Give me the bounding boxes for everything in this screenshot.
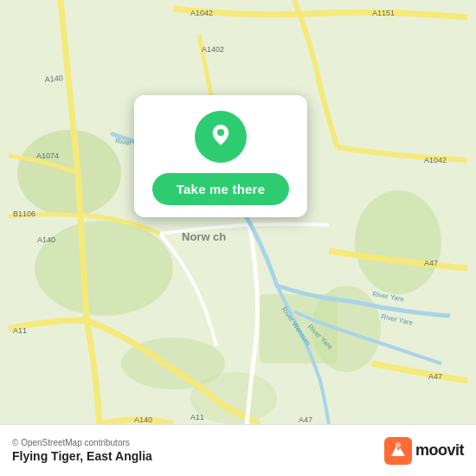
svg-text:A1074: A1074 bbox=[36, 151, 59, 160]
svg-text:A11: A11 bbox=[13, 326, 27, 335]
take-me-there-button[interactable]: Take me there bbox=[152, 173, 289, 205]
location-name: Flying Tiger, East Anglia bbox=[12, 449, 152, 463]
svg-text:A11: A11 bbox=[190, 413, 204, 421]
svg-point-1 bbox=[17, 130, 121, 216]
svg-text:A1402: A1402 bbox=[202, 45, 224, 54]
svg-text:A47: A47 bbox=[428, 372, 442, 381]
svg-text:A1042: A1042 bbox=[190, 9, 213, 17]
location-icon-background bbox=[195, 111, 247, 163]
moovit-brand-text: moovit bbox=[415, 441, 464, 460]
svg-point-3 bbox=[355, 190, 441, 294]
bottom-bar: © OpenStreetMap contributors Flying Tige… bbox=[0, 424, 476, 476]
bottom-left-info: © OpenStreetMap contributors Flying Tige… bbox=[12, 438, 152, 463]
svg-point-29 bbox=[217, 129, 224, 136]
svg-text:A1042: A1042 bbox=[424, 156, 447, 164]
svg-text:A47: A47 bbox=[299, 415, 312, 424]
moovit-logo: moovit bbox=[384, 437, 464, 465]
location-pin-icon bbox=[207, 123, 235, 151]
svg-text:A1151: A1151 bbox=[372, 9, 395, 17]
svg-text:A140: A140 bbox=[44, 74, 63, 84]
svg-text:A47: A47 bbox=[424, 259, 438, 267]
svg-text:B1106: B1106 bbox=[13, 209, 35, 218]
svg-point-31 bbox=[396, 442, 401, 447]
moovit-brand-icon bbox=[384, 437, 412, 465]
svg-text:A140: A140 bbox=[37, 235, 55, 244]
map-view: A140 A1042 A1151 A1042 A1402 A1074 B1106… bbox=[0, 0, 476, 424]
svg-text:Norw ch: Norw ch bbox=[182, 230, 226, 243]
location-card: Take me there bbox=[134, 95, 307, 217]
attribution-text: © OpenStreetMap contributors bbox=[12, 438, 152, 447]
svg-text:A140: A140 bbox=[134, 415, 152, 424]
